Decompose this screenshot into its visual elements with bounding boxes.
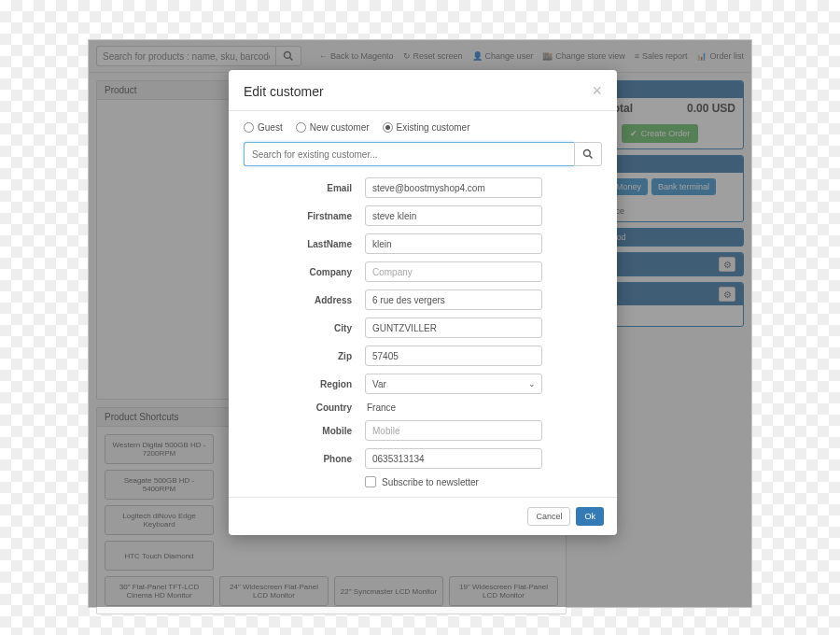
svg-point-2: [584, 150, 591, 157]
cancel-button[interactable]: Cancel: [527, 507, 570, 526]
label-address: Address: [244, 295, 365, 305]
customer-type-radios: Guest New customer Existing customer: [244, 122, 602, 133]
radio-guest[interactable]: Guest: [244, 122, 283, 133]
label-phone: Phone: [244, 454, 365, 464]
label-region: Region: [244, 379, 365, 389]
label-country: Country: [244, 402, 365, 413]
label-city: City: [244, 323, 365, 333]
radio-existing-customer[interactable]: Existing customer: [383, 122, 470, 133]
edit-customer-modal: Edit customer × Guest New customer Exist…: [229, 70, 617, 535]
label-firstname: Firstname: [244, 211, 365, 221]
email-field[interactable]: [365, 177, 542, 198]
svg-line-3: [590, 156, 593, 159]
app-window: ← Back to Magento ↻ Reset screen 👤 Chang…: [88, 39, 752, 608]
label-lastname: LastName: [244, 239, 365, 249]
label-company: Company: [244, 267, 365, 277]
search-icon: [582, 148, 594, 160]
country-value: France: [365, 402, 396, 413]
label-mobile: Mobile: [244, 426, 365, 436]
mobile-field[interactable]: [365, 420, 542, 441]
zip-field[interactable]: [365, 346, 542, 366]
label-zip: Zip: [244, 351, 365, 361]
company-field[interactable]: [365, 261, 542, 282]
subscribe-label: Subscribe to newsletter: [382, 477, 479, 487]
phone-field[interactable]: [365, 448, 542, 469]
city-field[interactable]: [365, 318, 542, 338]
subscribe-row[interactable]: Subscribe to newsletter: [365, 476, 602, 487]
customer-search-input[interactable]: [244, 142, 574, 166]
ok-button[interactable]: Ok: [576, 507, 604, 526]
subscribe-checkbox[interactable]: [365, 476, 376, 487]
region-select[interactable]: [365, 374, 542, 394]
close-icon[interactable]: ×: [592, 81, 602, 101]
label-email: Email: [244, 183, 365, 193]
customer-search: [244, 142, 602, 166]
firstname-field[interactable]: [365, 205, 542, 226]
customer-search-button[interactable]: [574, 142, 602, 166]
address-field[interactable]: [365, 289, 542, 310]
lastname-field[interactable]: [365, 233, 542, 254]
modal-title: Edit customer: [244, 84, 324, 99]
radio-new-customer[interactable]: New customer: [296, 122, 370, 133]
